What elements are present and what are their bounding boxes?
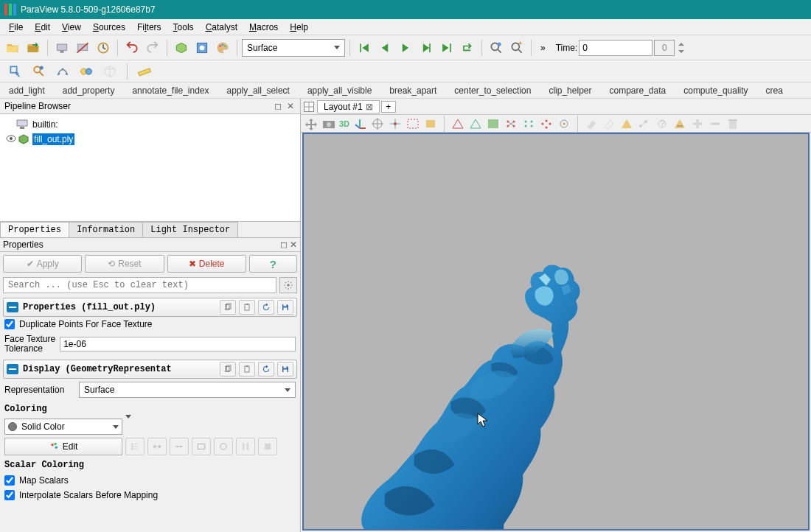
- advanced-toggle-button[interactable]: [279, 277, 297, 293]
- view-minus-icon[interactable]: [637, 117, 652, 130]
- help-button[interactable]: ?: [249, 255, 297, 273]
- paste-icon[interactable]: [239, 300, 255, 315]
- menu-filters[interactable]: Filters: [131, 21, 167, 34]
- menu-view[interactable]: View: [56, 21, 87, 34]
- view-q-icon[interactable]: ?: [655, 117, 669, 130]
- properties-section-header[interactable]: Properties (fill_out.ply): [3, 298, 297, 317]
- visibility-icon[interactable]: [4, 134, 18, 144]
- save-icon[interactable]: [277, 300, 293, 315]
- edit-color-button[interactable]: Edit: [4, 438, 122, 455]
- last-frame-button[interactable]: [437, 38, 456, 57]
- menu-edit[interactable]: Edit: [29, 21, 56, 34]
- layout-tab[interactable]: Layout #1 ⊠: [317, 100, 380, 113]
- tab-properties[interactable]: Properties: [0, 222, 69, 237]
- disconnect-button[interactable]: [73, 38, 92, 57]
- loop-button[interactable]: [458, 38, 477, 57]
- add-layout-button[interactable]: +: [381, 101, 396, 113]
- select-poly-icon[interactable]: [539, 117, 554, 130]
- cmd-item[interactable]: clip_helper: [540, 85, 600, 96]
- cmd-item[interactable]: apply_all_visible: [299, 85, 380, 96]
- scalar-bar-icon[interactable]: [125, 438, 145, 455]
- filter-icon[interactable]: [192, 38, 212, 57]
- ruler-icon[interactable]: [135, 62, 154, 81]
- next-frame-button[interactable]: [417, 38, 436, 57]
- close-icon[interactable]: ✕: [285, 101, 296, 111]
- reset-range-icon[interactable]: [214, 438, 233, 455]
- selection-display-icon[interactable]: [6, 62, 25, 81]
- select-points-icon[interactable]: [468, 117, 483, 130]
- reset-center-icon[interactable]: [406, 117, 420, 130]
- color-by-combo[interactable]: Solid Color: [4, 419, 122, 435]
- save-button[interactable]: [24, 38, 43, 57]
- reload-button[interactable]: [94, 38, 113, 57]
- rescale-visible-icon[interactable]: [192, 438, 211, 455]
- undo-button[interactable]: [122, 38, 142, 57]
- box-icon[interactable]: [172, 38, 191, 57]
- dup-points-checkbox[interactable]: [4, 319, 15, 329]
- reload-icon[interactable]: [258, 362, 274, 377]
- face-tolerance-input[interactable]: 1e-06: [60, 337, 296, 351]
- prev-frame-button[interactable]: [375, 38, 394, 57]
- find-data-icon[interactable]: [29, 62, 49, 81]
- first-frame-button[interactable]: [355, 38, 374, 57]
- layout-icon[interactable]: [304, 102, 314, 112]
- copy-icon[interactable]: [220, 300, 236, 315]
- color-component-combo[interactable]: [125, 419, 296, 435]
- delete-button[interactable]: ✖Delete: [167, 255, 246, 273]
- time-step-input[interactable]: [654, 40, 675, 56]
- choose-preset-icon[interactable]: [236, 438, 255, 455]
- representation-combo[interactable]: Surface: [242, 39, 345, 57]
- menu-tools[interactable]: Tools: [167, 21, 200, 34]
- undock-icon[interactable]: ◻: [273, 101, 283, 111]
- close-icon[interactable]: ✕: [290, 239, 297, 250]
- camera-icon[interactable]: [321, 117, 336, 130]
- undock-icon[interactable]: ◻: [280, 239, 288, 250]
- close-icon[interactable]: ⊠: [366, 102, 373, 112]
- save-icon[interactable]: [277, 362, 293, 377]
- menu-catalyst[interactable]: Catalyst: [200, 21, 243, 34]
- zoom-custom-button[interactable]: +: [507, 38, 526, 57]
- cmd-item[interactable]: center_to_selection: [445, 85, 540, 96]
- collapse-icon[interactable]: [7, 364, 18, 374]
- menu-file[interactable]: File: [3, 21, 29, 34]
- reset-button[interactable]: ⟲Reset: [85, 255, 164, 273]
- menu-help[interactable]: Help: [284, 21, 314, 34]
- select-cells-through-icon[interactable]: [504, 117, 518, 130]
- cmd-item[interactable]: compare_data: [600, 85, 675, 96]
- play-button[interactable]: [396, 38, 415, 57]
- view-plus-x-icon[interactable]: [619, 117, 634, 130]
- interactive-select-icon[interactable]: [557, 117, 571, 130]
- tree-item[interactable]: fill_out.ply: [3, 132, 297, 147]
- representation-select[interactable]: Surface: [79, 382, 296, 398]
- rescale-custom-icon[interactable]: [170, 438, 189, 455]
- lock-pan-icon[interactable]: [304, 117, 319, 130]
- cmd-item[interactable]: crea: [757, 85, 792, 96]
- paste-icon[interactable]: [239, 362, 255, 377]
- measure-icon[interactable]: [672, 117, 687, 130]
- search-input[interactable]: [3, 277, 276, 293]
- select-points-through-icon[interactable]: [521, 117, 536, 130]
- collapse-icon[interactable]: [7, 302, 18, 312]
- connect-button[interactable]: [52, 38, 72, 57]
- cmd-item[interactable]: add_property: [54, 85, 124, 96]
- redo-button[interactable]: [143, 38, 162, 57]
- apply-button[interactable]: ✔Apply: [3, 255, 82, 273]
- rescale-icon[interactable]: [147, 438, 167, 455]
- select-cells-icon[interactable]: [450, 117, 465, 130]
- map-scalars-checkbox[interactable]: [4, 475, 15, 486]
- reload-icon[interactable]: [258, 300, 274, 315]
- tab-light-inspector[interactable]: Light Inspector: [142, 222, 238, 237]
- menu-macros[interactable]: Macros: [243, 21, 284, 34]
- render-view[interactable]: [302, 133, 810, 531]
- open-button[interactable]: [3, 38, 22, 57]
- select-block-icon[interactable]: [486, 117, 501, 130]
- show-center-icon[interactable]: [423, 117, 438, 130]
- 3d-label[interactable]: 3D: [339, 119, 349, 128]
- time-spinner-icon[interactable]: [676, 38, 686, 57]
- time-input[interactable]: [579, 40, 652, 56]
- center-icon[interactable]: [370, 117, 385, 130]
- cmd-item[interactable]: apply_all_select: [218, 85, 299, 96]
- display-section-header[interactable]: Display (GeometryRepresentat: [3, 360, 297, 379]
- pipeline-tree[interactable]: builtin: fill_out.ply: [0, 114, 300, 222]
- edit-opacity-icon[interactable]: [258, 438, 277, 455]
